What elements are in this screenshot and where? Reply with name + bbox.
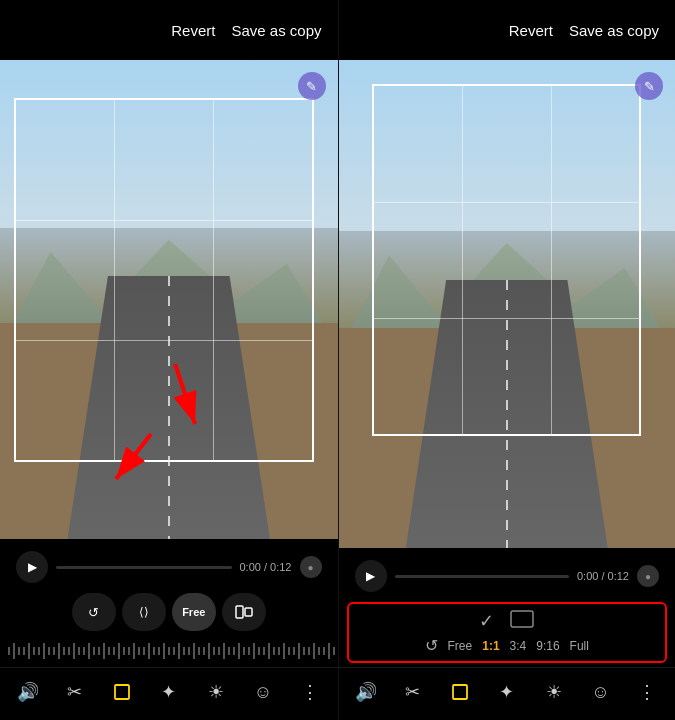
tick	[278, 647, 280, 655]
right-rect-icon[interactable]	[510, 610, 534, 632]
right-video-area: ✎	[339, 60, 676, 548]
left-flip-btn[interactable]: ⟨⟩	[122, 593, 166, 631]
tick	[248, 647, 250, 655]
right-crop-icons-row: ✓	[479, 610, 534, 632]
tick	[283, 643, 285, 659]
right-time-label: 0:00 / 0:12	[577, 570, 629, 582]
left-sound-icon[interactable]: 🔊	[12, 676, 44, 708]
tick	[258, 647, 260, 655]
left-ratio-btn[interactable]	[222, 593, 266, 631]
left-playback-bar: ▶ 0:00 / 0:12 ●	[0, 545, 338, 589]
tick	[38, 647, 40, 655]
tick	[328, 643, 330, 659]
tick	[173, 647, 175, 655]
right-revert-button[interactable]: Revert	[509, 22, 553, 39]
left-sky	[0, 60, 338, 228]
left-save-copy-button[interactable]: Save as copy	[231, 22, 321, 39]
right-cut-icon[interactable]: ✂	[397, 676, 429, 708]
tick	[303, 647, 305, 655]
right-top-bar: Revert Save as copy	[339, 0, 676, 60]
tick	[68, 647, 70, 655]
left-bottom-controls: ▶ 0:00 / 0:12 ● ↺ ⟨⟩ Free	[0, 539, 338, 720]
tick	[208, 643, 210, 659]
tick	[273, 647, 275, 655]
left-revert-button[interactable]: Revert	[171, 22, 215, 39]
left-progress-bar[interactable]	[56, 566, 232, 569]
right-check-icon[interactable]: ✓	[479, 610, 494, 632]
tick	[13, 643, 15, 659]
right-bottom-controls: ▶ 0:00 / 0:12 ● ✓ ↺ F	[339, 548, 676, 720]
left-tool-row: ↺ ⟨⟩ Free	[0, 589, 338, 635]
right-progress-bar[interactable]	[395, 575, 570, 578]
right-sound-icon[interactable]: 🔊	[350, 676, 382, 708]
left-rotate-btn[interactable]: ↺	[72, 593, 116, 631]
right-road-marking	[506, 280, 508, 548]
tick	[53, 647, 55, 655]
right-edit-icon[interactable]: ✎	[635, 72, 663, 100]
right-ratio-rotate[interactable]: ↺	[425, 636, 438, 655]
left-video-scene	[0, 60, 338, 539]
tick	[58, 643, 60, 659]
right-bottom-toolbar: 🔊 ✂ ✦ ☀ ☺ ⋮	[339, 667, 676, 720]
svg-rect-5	[245, 608, 252, 616]
right-more-icon[interactable]: ⋮	[631, 676, 663, 708]
left-more-icon[interactable]: ⋮	[294, 676, 326, 708]
pencil-icon: ✎	[644, 79, 655, 94]
tick	[268, 643, 270, 659]
tick	[33, 647, 35, 655]
tick	[263, 647, 265, 655]
left-ticks: // Render ticks inline via a loop workar…	[8, 643, 330, 659]
scroll-icon: ●	[645, 571, 651, 582]
left-emoji-icon[interactable]: ☺	[247, 676, 279, 708]
left-cut-icon[interactable]: ✂	[59, 676, 91, 708]
left-crop-icon[interactable]	[106, 676, 138, 708]
left-adjust-icon[interactable]: ☀	[200, 676, 232, 708]
left-timeline[interactable]: // Render ticks inline via a loop workar…	[0, 635, 338, 667]
right-ratio-1-1[interactable]: 1:1	[482, 639, 499, 653]
right-playback-bar: ▶ 0:00 / 0:12 ●	[339, 554, 676, 598]
left-panel: Revert Save as copy ✎	[0, 0, 338, 720]
tick	[198, 647, 200, 655]
left-free-btn[interactable]: Free	[172, 593, 216, 631]
tick	[123, 647, 125, 655]
right-save-copy-button[interactable]: Save as copy	[569, 22, 659, 39]
tick	[253, 643, 255, 659]
tick	[148, 643, 150, 659]
left-bottom-toolbar: 🔊 ✂ ✦ ☀ ☺ ⋮	[0, 667, 338, 720]
ratio-icon	[235, 605, 253, 619]
right-ratio-9-16[interactable]: 9:16	[536, 639, 559, 653]
tick	[238, 643, 240, 659]
right-adjust-icon[interactable]: ☀	[538, 676, 570, 708]
tick	[333, 647, 335, 655]
right-emoji-icon[interactable]: ☺	[585, 676, 617, 708]
left-effects-icon[interactable]: ✦	[153, 676, 185, 708]
right-ratio-3-4[interactable]: 3:4	[510, 639, 527, 653]
tick	[78, 647, 80, 655]
right-scroll-dot[interactable]: ●	[637, 565, 659, 587]
left-scroll-dot[interactable]: ●	[300, 556, 322, 578]
right-ratio-free[interactable]: Free	[448, 639, 473, 653]
tick	[183, 647, 185, 655]
tick	[188, 647, 190, 655]
left-edit-icon[interactable]: ✎	[298, 72, 326, 100]
svg-rect-6	[115, 685, 129, 699]
tick	[88, 643, 90, 659]
pencil-icon: ✎	[306, 79, 317, 94]
tick	[168, 647, 170, 655]
left-play-button[interactable]: ▶	[16, 551, 48, 583]
left-time-label: 0:00 / 0:12	[240, 561, 292, 573]
right-ratio-full[interactable]: Full	[570, 639, 589, 653]
svg-rect-7	[511, 611, 533, 627]
right-video-scene	[339, 60, 676, 548]
right-play-button[interactable]: ▶	[355, 560, 387, 592]
tick	[93, 647, 95, 655]
right-crop-icon[interactable]	[444, 676, 476, 708]
tick	[218, 647, 220, 655]
crop-svg	[111, 681, 133, 703]
tick	[98, 647, 100, 655]
right-crop-svg	[449, 681, 471, 703]
tick	[48, 647, 50, 655]
right-effects-icon[interactable]: ✦	[491, 676, 523, 708]
tick	[63, 647, 65, 655]
tick	[178, 643, 180, 659]
